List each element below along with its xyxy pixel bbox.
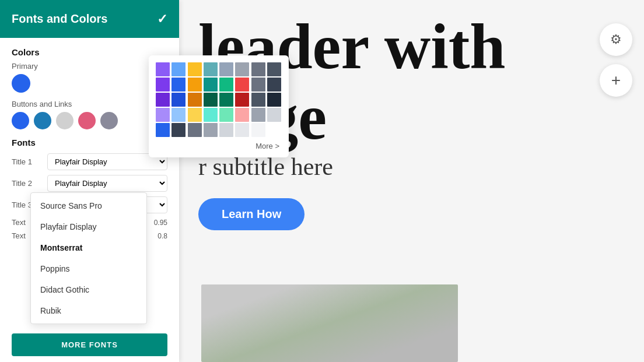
palette-color-cell[interactable] [156, 93, 170, 107]
font-row-title1: Title 1 Playfair Display [12, 153, 167, 170]
palette-color-cell[interactable] [235, 78, 249, 92]
palette-color-cell[interactable] [235, 93, 249, 107]
primary-color-swatch[interactable] [12, 74, 30, 93]
palette-color-cell[interactable] [267, 123, 281, 137]
hero-image [201, 284, 458, 362]
palette-color-cell[interactable] [219, 78, 233, 92]
primary-color-label: Primary [12, 62, 167, 71]
palette-color-cell[interactable] [219, 123, 233, 137]
palette-more-button[interactable]: More > [156, 142, 282, 150]
dropdown-item-source-sans[interactable]: Source Sans Pro [31, 195, 146, 216]
swatch-blue[interactable] [12, 112, 29, 129]
palette-color-cell[interactable] [219, 93, 233, 107]
buttons-links-label: Buttons and Links [12, 100, 167, 108]
palette-color-cell[interactable] [172, 62, 186, 76]
palette-color-cell[interactable] [156, 62, 170, 76]
swatch-pink[interactable] [78, 112, 96, 129]
palette-color-cell[interactable] [188, 123, 202, 137]
font-dropdown: Source Sans Pro Playfair Display Montser… [30, 192, 147, 324]
palette-color-cell[interactable] [188, 62, 202, 76]
palette-color-cell[interactable] [172, 123, 186, 137]
gear-icon: ⚙ [610, 32, 622, 47]
palette-color-cell[interactable] [188, 93, 202, 107]
palette-color-cell[interactable] [188, 108, 202, 122]
palette-color-cell[interactable] [204, 62, 218, 76]
palette-color-cell[interactable] [235, 108, 249, 122]
palette-color-cell[interactable] [172, 93, 186, 107]
palette-color-cell[interactable] [251, 123, 265, 137]
palette-color-cell[interactable] [204, 93, 218, 107]
palette-color-cell[interactable] [219, 62, 233, 76]
more-fonts-button[interactable]: MORE FONTS [12, 333, 167, 356]
panel-title: Fonts and Colors [12, 12, 107, 26]
left-panel: Fonts and Colors ✓ Colors Primary Button… [0, 0, 179, 362]
font-select-title2[interactable]: Playfair Display [47, 175, 167, 192]
palette-color-cell[interactable] [235, 123, 249, 137]
panel-header: Fonts and Colors ✓ [0, 0, 179, 38]
swatch-light-gray[interactable] [56, 112, 74, 129]
color-palette-popup: More > [149, 55, 289, 157]
palette-color-cell[interactable] [251, 62, 265, 76]
palette-color-cell[interactable] [267, 78, 281, 92]
palette-color-cell[interactable] [267, 108, 281, 122]
dropdown-item-poppins[interactable]: Poppins [31, 258, 146, 279]
font-size-text2: 0.8 [146, 232, 167, 240]
palette-color-cell[interactable] [267, 62, 281, 76]
font-row-title2: Title 2 Playfair Display [12, 175, 167, 192]
dropdown-item-rubik[interactable]: Rubik [31, 300, 146, 321]
font-size-text1: 0.95 [146, 219, 167, 227]
palette-color-cell[interactable] [156, 123, 170, 137]
palette-color-cell[interactable] [204, 123, 218, 137]
dropdown-item-playfair[interactable]: Playfair Display [31, 216, 146, 237]
palette-grid [156, 62, 282, 137]
hero-cta-button[interactable]: Learn How [198, 198, 304, 230]
settings-button[interactable]: ⚙ [600, 23, 632, 56]
palette-color-cell[interactable] [156, 108, 170, 122]
palette-color-cell[interactable] [251, 93, 265, 107]
dropdown-item-montserrat[interactable]: Montserrat [31, 237, 146, 258]
palette-color-cell[interactable] [235, 62, 249, 76]
palette-color-cell[interactable] [219, 108, 233, 122]
dropdown-item-didact[interactable]: Didact Gothic [31, 279, 146, 300]
plus-icon: + [611, 71, 621, 90]
palette-color-cell[interactable] [172, 78, 186, 92]
palette-color-cell[interactable] [267, 93, 281, 107]
colors-section-title: Colors [12, 47, 167, 57]
add-button[interactable]: + [600, 64, 632, 97]
color-swatches-row [12, 112, 167, 129]
swatch-dark-blue[interactable] [34, 112, 51, 129]
palette-color-cell[interactable] [204, 108, 218, 122]
font-label-title1: Title 1 [12, 157, 44, 166]
palette-color-cell[interactable] [172, 108, 186, 122]
palette-color-cell[interactable] [156, 78, 170, 92]
palette-color-cell[interactable] [188, 78, 202, 92]
font-label-title2: Title 2 [12, 179, 44, 188]
palette-color-cell[interactable] [251, 108, 265, 122]
confirm-icon[interactable]: ✓ [157, 12, 167, 27]
fonts-section-title: Fonts [12, 138, 167, 147]
palette-color-cell[interactable] [251, 78, 265, 92]
swatch-gray[interactable] [100, 112, 118, 129]
palette-color-cell[interactable] [204, 78, 218, 92]
